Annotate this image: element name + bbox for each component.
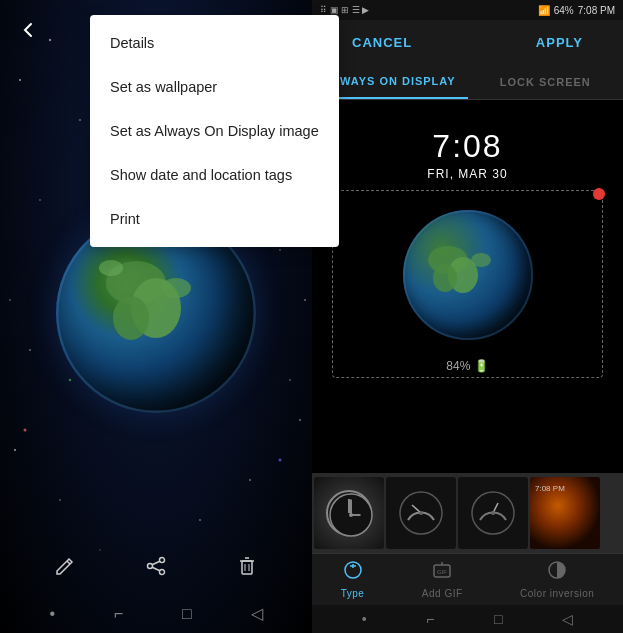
svg-point-18 [304, 299, 306, 301]
svg-point-20 [279, 459, 282, 462]
menu-item-print[interactable]: Print [90, 197, 339, 241]
menu-item-wallpaper[interactable]: Set as wallpaper [90, 65, 339, 109]
svg-line-29 [67, 561, 70, 564]
svg-text:GIF: GIF [437, 569, 447, 575]
svg-point-16 [279, 249, 281, 251]
status-right: 📶 64% 7:08 PM [538, 5, 615, 16]
nav-back-right[interactable]: ⌐ [426, 611, 434, 627]
right-panel: ⠿ ▣ ⊞ ☰ ▶ 📶 64% 7:08 PM CANCEL APPLY ALW… [312, 0, 623, 633]
earth-preview-svg [403, 210, 533, 340]
close-handle[interactable] [593, 188, 605, 200]
svg-point-12 [199, 519, 201, 521]
svg-point-27 [99, 260, 123, 276]
svg-point-51 [419, 511, 423, 515]
thumb-gauge-svg-2 [470, 490, 516, 536]
color-inversion-label: Color inversion [520, 588, 594, 599]
svg-point-26 [161, 278, 191, 298]
svg-rect-35 [242, 561, 252, 574]
status-left: ⠿ ▣ ⊞ ☰ ▶ [320, 5, 369, 15]
wifi-icon: 📶 [538, 5, 550, 16]
color-inversion-button[interactable]: Color inversion [510, 554, 604, 605]
thumb-clock-face [326, 490, 372, 536]
right-bottom-toolbar: Type GIF Add GIF Color inversion [312, 553, 623, 605]
clock-time-status: 7:08 PM [578, 5, 615, 16]
svg-point-15 [39, 199, 41, 201]
tabs-row: ALWAYS ON DISPLAY LOCK SCREEN [312, 64, 623, 100]
svg-point-54 [491, 511, 495, 515]
delete-button[interactable] [236, 555, 258, 583]
nav-dot-left: • [49, 605, 55, 623]
svg-point-30 [159, 558, 164, 563]
svg-point-31 [147, 564, 152, 569]
type-button[interactable]: Type [331, 554, 375, 605]
menu-item-details[interactable]: Details [90, 21, 339, 65]
svg-point-25 [113, 296, 149, 340]
add-gif-label: Add GIF [422, 588, 463, 599]
right-nav-bar: • ⌐ □ ◁ [312, 605, 623, 633]
nav-recents-left[interactable]: ◁ [251, 604, 263, 623]
svg-point-48 [349, 513, 353, 517]
thumbnail-4[interactable]: 7:08 PM [530, 477, 600, 549]
thumb-clock-svg [328, 492, 374, 538]
svg-point-0 [19, 79, 21, 81]
nav-recents-right[interactable]: ◁ [562, 611, 573, 627]
add-gif-button[interactable]: GIF Add GIF [412, 554, 473, 605]
nav-back-left[interactable]: ⌐ [114, 605, 123, 623]
svg-point-9 [59, 499, 61, 501]
svg-point-42 [433, 264, 457, 292]
svg-point-8 [299, 419, 301, 421]
thumbnails-row: 7:08 PM [312, 473, 623, 553]
context-menu: Details Set as wallpaper Set as Always O… [90, 15, 339, 247]
menu-item-date-location[interactable]: Show date and location tags [90, 153, 339, 197]
battery-preview: 84% 🔋 [446, 359, 488, 373]
type-label: Type [341, 588, 365, 599]
svg-point-7 [14, 449, 16, 451]
color-inversion-icon [547, 560, 567, 585]
tab-lock-screen[interactable]: LOCK SCREEN [468, 64, 624, 99]
type-icon [343, 560, 363, 585]
left-panel: Details Set as wallpaper Set as Always O… [0, 0, 312, 633]
preview-area: 7:08 FRI, MAR 30 84% 🔋 [312, 100, 623, 473]
add-gif-icon: GIF [432, 560, 452, 585]
thumbnail-2[interactable] [386, 477, 456, 549]
svg-point-5 [29, 349, 31, 351]
svg-line-34 [152, 567, 160, 571]
svg-point-2 [79, 119, 81, 121]
svg-point-43 [471, 253, 491, 267]
svg-point-32 [159, 570, 164, 575]
thumb-photo-svg: 7:08 PM [530, 477, 600, 549]
nav-dot-right: • [362, 611, 367, 627]
notification-icons: ⠿ ▣ ⊞ ☰ ▶ [320, 5, 369, 15]
status-bar: ⠿ ▣ ⊞ ☰ ▶ 📶 64% 7:08 PM [312, 0, 623, 20]
left-nav-bar: • ⌐ □ ◁ [0, 600, 312, 627]
menu-item-always-on[interactable]: Set as Always On Display image [90, 109, 339, 153]
svg-point-19 [24, 429, 27, 432]
share-button[interactable] [145, 555, 167, 583]
thumbnail-1[interactable] [314, 477, 384, 549]
cancel-button[interactable]: CANCEL [342, 29, 422, 56]
preview-clock-date: FRI, MAR 30 [427, 167, 507, 181]
svg-point-10 [249, 479, 251, 481]
thumb-gauge-svg-1 [398, 490, 444, 536]
back-button[interactable] [10, 12, 46, 48]
preview-clock-time: 7:08 [432, 128, 502, 165]
apply-button[interactable]: APPLY [526, 29, 593, 56]
clock-display: 7:08 FRI, MAR 30 [312, 128, 623, 181]
thumbnail-3[interactable] [458, 477, 528, 549]
edit-button[interactable] [54, 555, 76, 583]
battery-percent: 64% [554, 5, 574, 16]
svg-point-17 [9, 299, 11, 301]
svg-line-33 [152, 561, 160, 565]
svg-point-6 [289, 379, 291, 381]
svg-text:7:08 PM: 7:08 PM [535, 484, 565, 493]
earth-preview-small [403, 210, 533, 340]
nav-home-right[interactable]: □ [494, 611, 502, 627]
header-actions: CANCEL APPLY [312, 20, 623, 64]
svg-point-1 [49, 39, 51, 41]
left-bottom-toolbar [0, 545, 312, 593]
nav-home-left[interactable]: □ [182, 605, 192, 623]
